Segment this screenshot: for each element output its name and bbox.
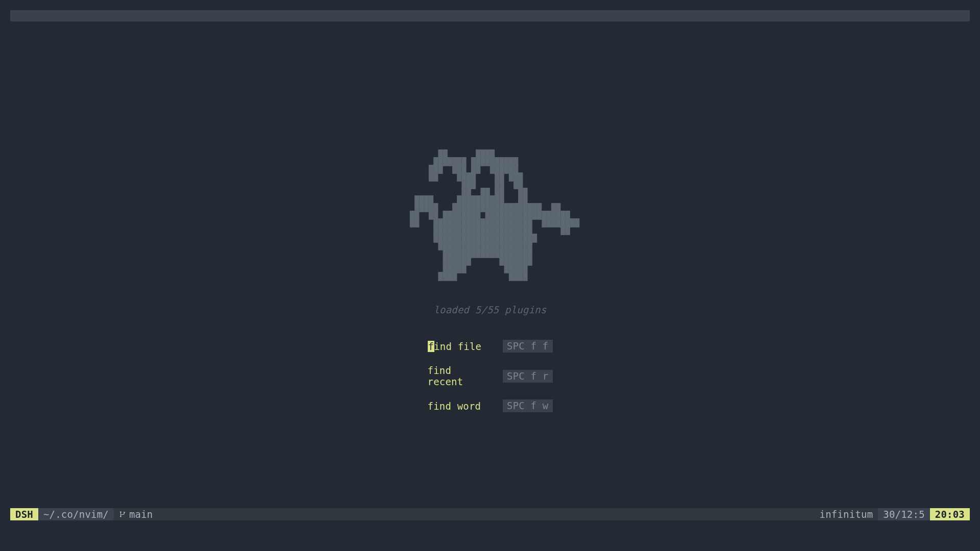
- menu-item-find-recent[interactable]: find recent SPC f r: [428, 365, 553, 387]
- menu-label: find recent: [428, 365, 483, 387]
- menu-item-find-word[interactable]: find word SPC f w: [428, 399, 553, 412]
- git-branch-icon: [119, 511, 126, 518]
- ascii-logo: ██ ████ ███████ ██████████ ███ ███ ██ ██…: [396, 151, 584, 281]
- svg-point-2: [124, 512, 125, 513]
- status-line: DSH ~/.co/nvim/ main infinitum 30/12:5 2…: [10, 508, 970, 520]
- status-filename: infinitum: [815, 508, 878, 520]
- status-time: 20:03: [930, 508, 970, 520]
- menu-item-find-file[interactable]: find file SPC f f: [428, 340, 553, 353]
- keybinding-hint: SPC f f: [503, 340, 552, 353]
- svg-point-1: [120, 516, 121, 517]
- menu-label: find file: [428, 341, 482, 352]
- status-branch-name: main: [129, 508, 153, 520]
- menu-label: find word: [428, 400, 481, 412]
- status-mode: DSH: [10, 508, 38, 520]
- status-position: 30/12:5: [878, 508, 929, 520]
- tab-bar[interactable]: [10, 10, 970, 21]
- status-path: ~/.co/nvim/: [38, 508, 114, 520]
- dashboard-menu: find file SPC f f find recent SPC f r fi…: [428, 340, 553, 412]
- status-branch: main: [114, 508, 158, 520]
- dashboard: ██ ████ ███████ ██████████ ███ ███ ██ ██…: [0, 143, 980, 412]
- keybinding-hint: SPC f r: [503, 370, 552, 383]
- plugin-status: loaded 5/55 plugins: [433, 304, 546, 315]
- svg-point-0: [120, 511, 121, 513]
- status-spacer: [158, 508, 815, 520]
- keybinding-hint: SPC f w: [503, 399, 552, 412]
